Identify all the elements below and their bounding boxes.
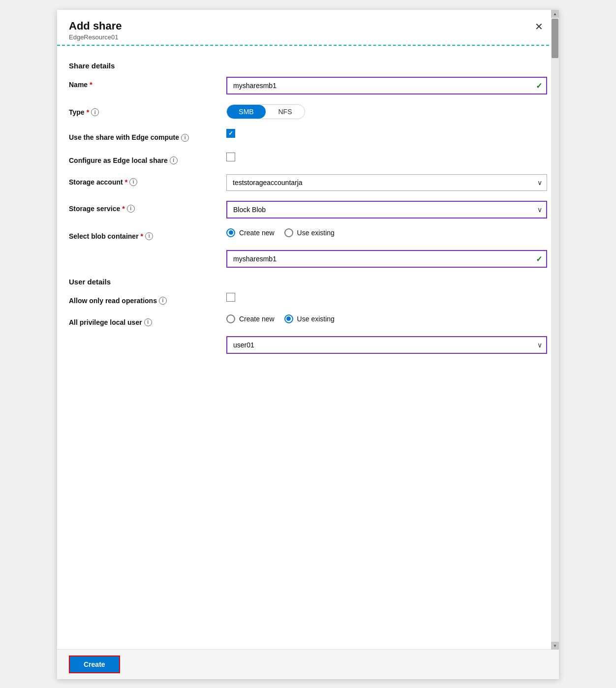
storage-service-required: * [122,205,124,213]
blob-create-new-option[interactable]: Create new [226,228,275,237]
type-nfs-option[interactable]: NFS [266,105,305,119]
storage-account-control: teststorageaccountarja ∨ [226,174,547,191]
edge-compute-checkbox[interactable]: ✓ [226,129,235,138]
user-use-existing-radio[interactable] [284,314,293,323]
blob-create-new-radio[interactable] [226,228,235,237]
storage-account-row: Storage account * i teststorageaccountar… [69,174,547,191]
dialog-title: Add share [69,20,122,32]
name-control: ✓ [226,77,547,94]
local-user-control: Create new Use existing [226,314,547,323]
name-label: Name * [69,77,226,89]
user-use-existing-label: Use existing [297,315,335,323]
blob-use-existing-radio[interactable] [284,228,293,237]
blob-container-check-icon: ✓ [536,254,542,263]
type-info-icon[interactable]: i [91,108,99,116]
type-row: Type * i SMB NFS [69,104,547,119]
close-button[interactable]: ✕ [531,20,547,33]
local-user-label: All privilege local user i [69,314,226,326]
user-select-row: user01 ∨ [69,336,547,354]
blob-container-required: * [141,232,143,240]
user-use-existing-option[interactable]: Use existing [284,314,335,323]
read-only-checkbox[interactable] [226,293,235,302]
user-select-control: user01 ∨ [226,336,547,354]
edge-compute-info-icon[interactable]: i [181,134,189,142]
storage-service-control: Block Blob Page Blob Azure Files ∨ [226,201,547,219]
user-create-new-label: Create new [239,315,275,323]
type-toggle-group: SMB NFS [226,104,305,119]
local-user-info-icon[interactable]: i [144,318,152,326]
dialog-body: Share details Name * ✓ Type * i [57,50,559,649]
storage-service-select-wrapper: Block Blob Page Blob Azure Files ∨ [226,201,547,219]
storage-account-info-icon[interactable]: i [129,178,137,186]
header-divider [57,45,559,46]
edge-local-info-icon[interactable]: i [170,156,178,164]
storage-service-select[interactable]: Block Blob Page Blob Azure Files [226,201,547,219]
user-select[interactable]: user01 [226,336,547,354]
add-share-dialog: Add share EdgeResource01 ✕ Share details… [57,10,559,679]
type-label: Type * i [69,104,226,116]
user-use-existing-radio-inner [286,316,291,321]
edge-local-checkbox[interactable] [226,153,235,161]
edge-local-control [226,153,547,161]
blob-container-name-control: ✓ [226,250,547,268]
edge-compute-checkmark: ✓ [228,130,233,137]
storage-account-select[interactable]: teststorageaccountarja [226,174,547,191]
dialog-header: Add share EdgeResource01 ✕ [57,10,559,45]
name-row: Name * ✓ [69,77,547,94]
read-only-label: Allow only read operations i [69,293,226,305]
type-required: * [87,108,89,116]
scrollbar-up-button[interactable]: ▲ [551,10,559,18]
read-only-info-icon[interactable]: i [159,297,167,305]
user-select-wrapper: user01 ∨ [226,336,547,354]
scrollbar-thumb[interactable] [552,19,558,58]
blob-create-new-label: Create new [239,229,275,237]
blob-container-row: Select blob container * i Create new Use… [69,228,547,240]
storage-service-info-icon[interactable]: i [127,205,135,213]
type-control: SMB NFS [226,104,547,119]
storage-account-required: * [125,178,127,186]
dialog-subtitle: EdgeResource01 [69,33,122,41]
name-required: * [90,81,92,89]
read-only-control [226,293,547,302]
blob-create-new-radio-inner [229,230,233,235]
type-smb-option[interactable]: SMB [227,105,266,119]
user-create-new-radio[interactable] [226,314,235,323]
storage-service-label: Storage service * i [69,201,226,213]
read-only-row: Allow only read operations i [69,293,547,305]
blob-container-name-input[interactable] [226,250,547,268]
name-input[interactable] [226,77,547,94]
name-input-wrapper: ✓ [226,77,547,94]
dialog-footer: Create [57,649,559,679]
blob-container-label: Select blob container * i [69,228,226,240]
edge-compute-label: Use the share with Edge compute i [69,129,226,143]
edge-local-label: Configure as Edge local share i [69,153,226,164]
blob-container-control: Create new Use existing [226,228,547,237]
header-text: Add share EdgeResource01 [69,20,122,41]
blob-container-info-icon[interactable]: i [145,232,153,240]
storage-account-select-wrapper: teststorageaccountarja ∨ [226,174,547,191]
scrollbar-track[interactable]: ▲ ▼ [551,10,559,650]
blob-use-existing-option[interactable]: Use existing [284,228,335,237]
blob-use-existing-label: Use existing [297,229,335,237]
create-button[interactable]: Create [69,656,120,673]
share-details-section-title: Share details [69,62,547,70]
storage-account-label: Storage account * i [69,174,226,186]
storage-service-row: Storage service * i Block Blob Page Blob… [69,201,547,219]
user-details-section-title: User details [69,278,547,286]
edge-compute-row: Use the share with Edge compute i ✓ [69,129,547,143]
blob-container-name-row: ✓ [69,250,547,268]
edge-compute-control: ✓ [226,129,547,138]
blob-container-name-wrapper: ✓ [226,250,547,268]
blob-container-radio-group: Create new Use existing [226,228,547,237]
edge-local-row: Configure as Edge local share i [69,153,547,164]
scrollbar-down-button[interactable]: ▼ [551,642,559,650]
local-user-row: All privilege local user i Create new Us… [69,314,547,326]
user-create-new-option[interactable]: Create new [226,314,275,323]
name-check-icon: ✓ [536,81,542,91]
local-user-radio-group: Create new Use existing [226,314,547,323]
